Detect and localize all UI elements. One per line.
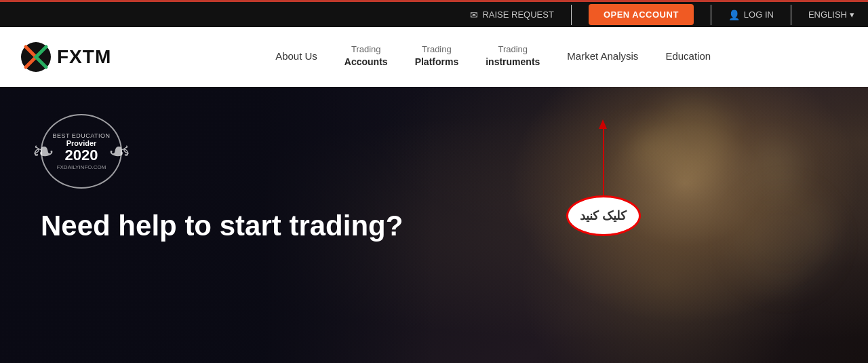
award-year: 2020 — [65, 148, 98, 163]
nav-item-trading-platforms[interactable]: Trading Platforms — [401, 27, 473, 87]
navbar: FXTM About Us Trading Accounts Trading P… — [0, 27, 868, 87]
laurel-left-icon: ❧ — [32, 136, 55, 167]
award-site: FXDAILYINFO.COM — [57, 164, 106, 170]
chevron-down-icon: ▾ — [850, 9, 854, 20]
mail-icon: ✉ — [470, 9, 478, 20]
language-selector[interactable]: ENGLISH ▾ — [808, 9, 854, 20]
nav-items: About Us Trading Accounts Trading Platfo… — [138, 27, 848, 87]
hero-section: ❧ ❧ Best Education Provider 2020 FXDAILY… — [0, 87, 868, 363]
logo[interactable]: FXTM — [20, 41, 111, 73]
open-account-button[interactable]: OPEN ACCOUNT — [589, 4, 694, 25]
divider2 — [711, 5, 711, 25]
hero-heading: Need help to start trading? — [41, 209, 403, 243]
award-circle: ❧ ❧ Best Education Provider 2020 FXDAILY… — [41, 114, 122, 189]
nav-item-about-us[interactable]: About Us — [262, 27, 331, 87]
nav-item-trading-instruments[interactable]: Trading instruments — [472, 27, 553, 87]
language-label: ENGLISH — [808, 9, 847, 20]
divider3 — [791, 5, 791, 25]
award-badge: ❧ ❧ Best Education Provider 2020 FXDAILY… — [41, 114, 403, 189]
login-item[interactable]: 👤 LOG IN — [728, 9, 774, 20]
award-line1: Best Education — [52, 132, 110, 139]
user-icon: 👤 — [728, 9, 740, 20]
raise-request-item[interactable]: ✉ RAISE REQUEST — [470, 9, 553, 20]
nav-item-education[interactable]: Education — [652, 27, 724, 87]
hero-content: ❧ ❧ Best Education Provider 2020 FXDAILY… — [41, 114, 403, 243]
fxtm-logo-icon — [20, 41, 52, 73]
divider1 — [571, 5, 572, 25]
logo-text: FXTM — [57, 46, 111, 68]
top-bar: ✉ RAISE REQUEST OPEN ACCOUNT 👤 LOG IN EN… — [0, 0, 868, 27]
laurel-right-icon: ❧ — [108, 136, 131, 167]
nav-item-trading-accounts[interactable]: Trading Accounts — [331, 27, 401, 87]
hero-person — [461, 87, 868, 363]
login-label: LOG IN — [744, 9, 774, 20]
nav-item-market-analysis[interactable]: Market Analysis — [553, 27, 652, 87]
raise-request-label: RAISE REQUEST — [482, 9, 553, 20]
